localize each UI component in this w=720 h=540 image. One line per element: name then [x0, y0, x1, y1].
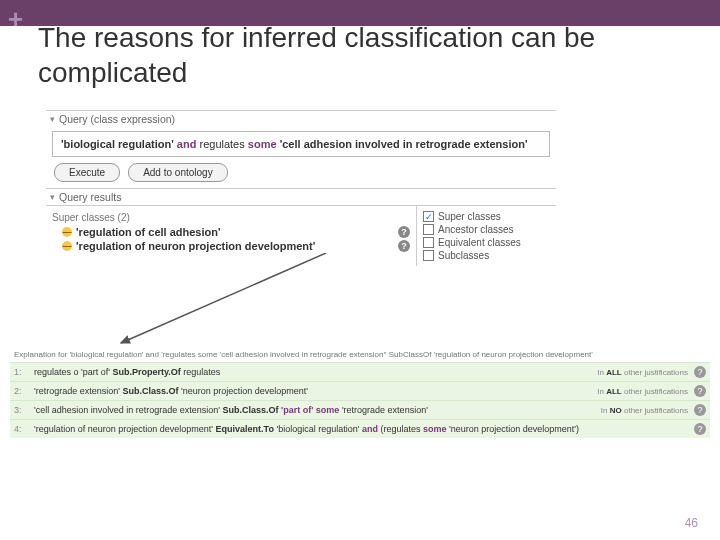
axiom-text: 'regulation of neuron projection develop… [34, 424, 682, 434]
results-section-label: Query results [59, 191, 121, 203]
chevron-down-icon: ▾ [50, 114, 55, 124]
axiom-text: 'cell adhesion involved in retrograde ex… [34, 405, 595, 415]
annotation-arrow-icon [116, 253, 336, 353]
query-section-header: ▾ Query (class expression) [46, 110, 556, 127]
query-section-label: Query (class expression) [59, 113, 175, 125]
axiom-text: 'retrograde extension' Sub.Class.Of 'neu… [34, 386, 591, 396]
filter-label: Ancestor classes [438, 224, 514, 235]
protege-panel: ▾ Query (class expression) 'biological r… [46, 110, 556, 266]
result-item[interactable]: — 'regulation of cell adhesion' ? [52, 225, 410, 239]
execute-button[interactable]: Execute [54, 163, 120, 182]
justification-row: 3: 'cell adhesion involved in retrograde… [10, 400, 710, 419]
checkbox[interactable] [423, 224, 434, 235]
slide-title: The reasons for inferred classification … [38, 20, 720, 90]
justification-row: 1: regulates o 'part of' Sub.Property.Of… [10, 362, 710, 381]
filter-label: Subclasses [438, 250, 489, 261]
explain-icon[interactable]: ? [398, 240, 410, 252]
result-label: 'regulation of neuron projection develop… [76, 240, 315, 252]
explain-icon[interactable]: ? [398, 226, 410, 238]
svg-line-0 [121, 253, 326, 343]
add-to-ontology-button[interactable]: Add to ontology [128, 163, 228, 182]
explanation-header: Explanation for 'biological regulation' … [10, 350, 710, 362]
explanation-panel: Explanation for 'biological regulation' … [10, 350, 710, 438]
justification-row: 2: 'retrograde extension' Sub.Class.Of '… [10, 381, 710, 400]
result-item[interactable]: — 'regulation of neuron projection devel… [52, 239, 410, 253]
result-label: 'regulation of cell adhesion' [76, 226, 221, 238]
justification-meta: In ALL other justifications [597, 387, 688, 396]
filter-label: Equivalent classes [438, 237, 521, 248]
justification-row: 4: 'regulation of neuron projection deve… [10, 419, 710, 438]
checkbox[interactable] [423, 237, 434, 248]
help-icon[interactable]: ? [694, 385, 706, 397]
checkbox[interactable] [423, 250, 434, 261]
checkbox-checked[interactable]: ✓ [423, 211, 434, 222]
superclasses-header: Super classes (2) [52, 210, 410, 225]
help-icon[interactable]: ? [694, 366, 706, 378]
class-icon: — [62, 227, 72, 237]
chevron-down-icon: ▾ [50, 192, 55, 202]
results-filters: ✓Super classes Ancestor classes Equivale… [416, 206, 556, 266]
page-number: 46 [685, 516, 698, 530]
query-expression-box[interactable]: 'biological regulation' and regulates so… [52, 131, 550, 157]
filter-label: Super classes [438, 211, 501, 222]
axiom-text: regulates o 'part of' Sub.Property.Of re… [34, 367, 591, 377]
results-section-header: ▾ Query results [46, 188, 556, 205]
help-icon[interactable]: ? [694, 404, 706, 416]
help-icon[interactable]: ? [694, 423, 706, 435]
justification-meta: In ALL other justifications [597, 368, 688, 377]
class-icon: — [62, 241, 72, 251]
plus-icon: + [8, 6, 23, 32]
justification-meta: In NO other justifications [601, 406, 688, 415]
